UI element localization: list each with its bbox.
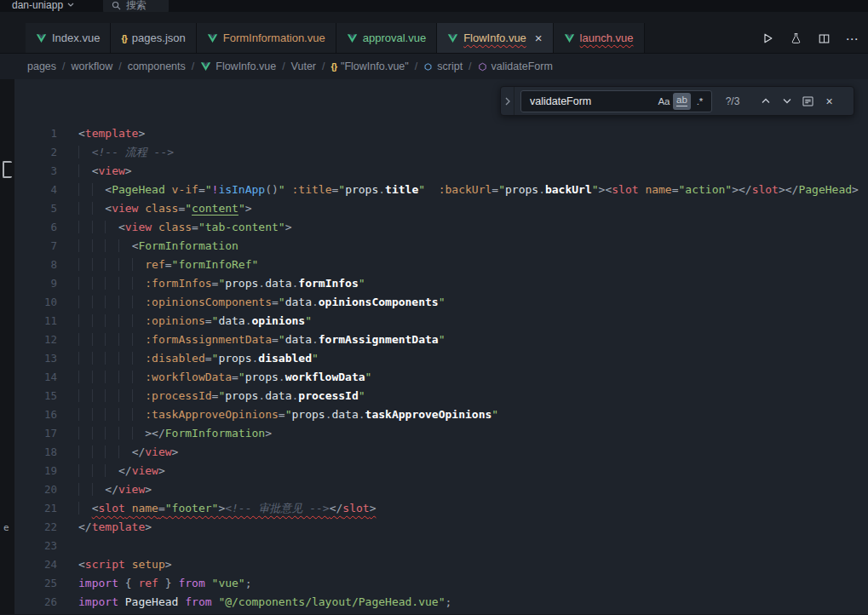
line-number[interactable]: 4 [14,181,57,199]
line-number[interactable]: 11 [14,312,57,330]
line-number[interactable]: 22 [14,518,57,537]
breadcrumb-item-pages[interactable]: pages [27,60,56,72]
tab-pages.json[interactable]: { }pages.json [111,23,196,53]
code-line[interactable]: 15 :processId="props.data.processId" [14,387,868,405]
code-line[interactable]: 23 [14,537,868,555]
find-results-count: ?/3 [720,95,745,107]
line-number[interactable]: 2 [14,143,57,162]
tab-approval.vue[interactable]: approval.vue [336,23,437,53]
split-editor-button[interactable] [816,31,831,46]
code-line[interactable]: 21 <slot name="footer"><!-- 审批意见 --></sl… [14,499,868,518]
code-line[interactable]: 25import { ref } from "vue"; [14,574,868,593]
code-line[interactable]: 11 :opinions="data.opinions" [14,312,868,330]
line-number[interactable]: 19 [14,462,57,480]
strip-artifact: e [3,522,9,533]
code-line[interactable]: 5 <view class="content"> [14,199,868,218]
line-number[interactable]: 25 [14,574,57,593]
line-number[interactable]: 12 [14,330,57,349]
toggle-replace-button[interactable] [501,87,514,115]
editor[interactable]: e Aa ab .* ?/3 × 1<template>2 <!-- 流程 --… [0,79,868,614]
line-number[interactable]: 20 [14,480,57,499]
line-number[interactable]: 14 [14,368,57,387]
breadcrumb-item-flowinfo-vue[interactable]: FlowInfo.vue [200,60,276,72]
breadcrumb-label: workflow [72,60,113,72]
more-actions-button[interactable]: ⋯ [844,31,859,46]
tab-Index.vue[interactable]: Index.vue [26,23,111,53]
breadcrumb-item-components[interactable]: components [128,60,186,72]
workspace-menu[interactable]: dan-uniapp [12,0,74,11]
code-line[interactable]: 16 :taskApproveOpinions="props.data.task… [14,405,868,424]
code-line[interactable]: 1<template> [14,124,868,143]
breadcrumb-label: "FlowInfo.vue" [341,60,409,72]
code-line[interactable]: 10 :opinionsComponents="data.opinionsCom… [14,293,868,312]
line-number[interactable]: 9 [14,274,57,293]
line-number[interactable]: 8 [14,256,57,274]
code-line[interactable]: 22</template> [14,518,868,537]
line-number[interactable]: 24 [14,555,57,574]
regex-button[interactable]: .* [691,93,709,110]
breadcrumb-item-workflow[interactable]: workflow [72,60,113,72]
line-number[interactable]: 5 [14,199,57,218]
code-line[interactable]: 7 <FormInformation [14,237,868,256]
beaker-button[interactable] [788,31,803,46]
breadcrumb-label: components [128,60,186,72]
chevron-down-icon [67,3,74,8]
breadcrumb-label: FlowInfo.vue [216,60,276,72]
line-number[interactable]: 23 [14,537,57,555]
code-line[interactable]: 14 :workflowData="props.workflowData" [14,368,868,387]
line-number[interactable]: 6 [14,218,57,237]
line-number[interactable]: 15 [14,387,57,405]
code-text: import PageHead from "@/components/layou… [57,593,451,612]
breadcrumb-item--flowinfo-vue-[interactable]: { }"FlowInfo.vue" [331,60,409,72]
next-match-button[interactable] [778,92,796,110]
line-number[interactable]: 7 [14,237,57,256]
json-icon: { } [331,61,336,72]
breadcrumb-separator: / [62,60,65,72]
find-in-selection-button[interactable] [799,92,817,110]
line-number[interactable]: 1 [14,124,57,143]
line-number[interactable]: 13 [14,349,57,368]
code-line[interactable]: 6 <view class="tab-content"> [14,218,868,237]
code-line[interactable]: 13 :disabled="props.disabled" [14,349,868,368]
code-line[interactable]: 20 </view> [14,480,868,499]
code-line[interactable]: 9 :formInfos="props.data.formInfos" [14,274,868,293]
tab-FormInformation.vue[interactable]: FormInformation.vue [197,23,336,53]
code-line[interactable]: 2 <!-- 流程 --> [14,143,868,162]
code-line[interactable]: 19 </view> [14,462,868,480]
vue-icon [207,33,218,43]
match-case-button[interactable]: Aa [655,93,673,110]
code-line[interactable]: 17 ></FormInformation> [14,424,868,443]
search-label: 搜索 [126,0,147,12]
tab-bar: Index.vue{ }pages.jsonFormInformation.vu… [0,12,868,54]
line-number[interactable]: 18 [14,443,57,462]
whole-word-button[interactable]: ab [673,93,691,110]
code-line[interactable]: 12 :formAssignmentData="data.formAssignm… [14,330,868,349]
tab-FlowInfo.vue[interactable]: FlowInfo.vue× [437,23,553,53]
line-number[interactable]: 10 [14,293,57,312]
workspace-label: dan-uniapp [12,0,63,11]
code-line[interactable]: 24<script setup> [14,555,868,574]
breadcrumb-item-vuter[interactable]: Vuter [291,60,316,72]
previous-match-button[interactable] [756,92,774,110]
find-input[interactable] [528,95,655,108]
code-line[interactable]: 3 <view> [14,162,868,181]
code-line[interactable]: 4 <PageHead v-if="!isInApp()" :title="pr… [14,181,868,199]
code-text: :taskApproveOpinions="props.data.taskApp… [57,405,498,424]
line-number[interactable]: 21 [14,499,57,518]
close-icon[interactable]: × [535,32,543,44]
line-number[interactable]: 17 [14,424,57,443]
close-find-button[interactable]: × [820,92,838,110]
code-text: </view> [57,462,165,480]
code-line[interactable]: 18 </view> [14,443,868,462]
tab-launch.vue[interactable]: launch.vue [554,23,645,53]
code-area[interactable]: 1<template>2 <!-- 流程 -->3 <view>4 <PageH… [14,124,868,612]
line-number[interactable]: 16 [14,405,57,424]
command-center-search[interactable]: 搜索 [103,0,169,12]
breadcrumb-item-validateform[interactable]: validateForm [478,60,553,72]
breadcrumb-item-script[interactable]: script [423,60,463,72]
line-number[interactable]: 3 [14,162,57,181]
run-button[interactable] [760,31,775,46]
code-line[interactable]: 26import PageHead from "@/components/lay… [14,593,868,612]
line-number[interactable]: 26 [14,593,57,612]
code-line[interactable]: 8 ref="formInfoRef" [14,256,868,274]
